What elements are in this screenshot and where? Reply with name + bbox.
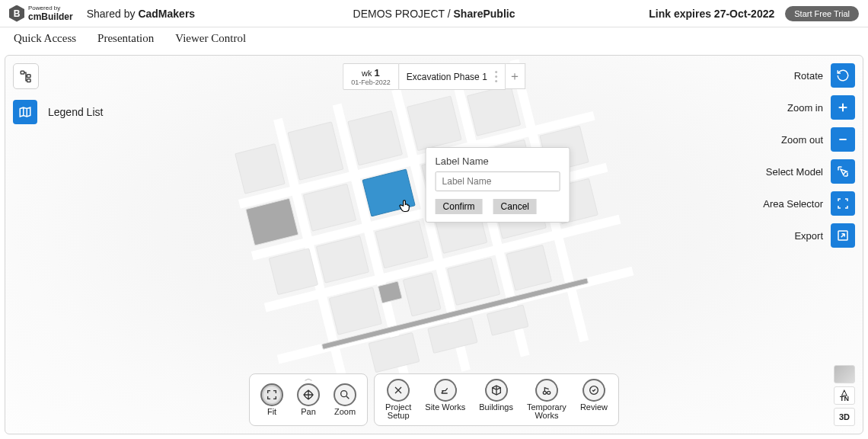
zoom-in-label: Zoom in (787, 102, 823, 114)
svg-rect-1 (27, 75, 31, 78)
mode-tools-panel: Project Setup Site Works Buildings Tempo… (374, 373, 619, 426)
menu-viewer-control[interactable]: Viewer Control (175, 32, 246, 45)
svg-rect-2 (27, 79, 31, 82)
zoom-out-button[interactable] (831, 127, 855, 152)
area-selector-button[interactable] (831, 191, 855, 216)
cancel-button[interactable]: Cancel (493, 199, 537, 214)
compass-button[interactable]: △ TN (834, 386, 855, 405)
project-setup-tool[interactable]: Project Setup (385, 379, 411, 421)
fit-icon (266, 389, 278, 401)
svg-point-6 (547, 391, 550, 394)
minus-icon (837, 133, 849, 146)
review-icon (588, 384, 600, 396)
add-phase-button[interactable]: ＋ (506, 63, 525, 89)
export-button[interactable] (831, 223, 855, 248)
brand-name: cmBuilder (28, 11, 73, 22)
site-works-tool[interactable]: Site Works (425, 379, 465, 412)
svg-point-4 (341, 391, 347, 397)
legend-label: Legend List (48, 106, 103, 118)
logo-badge-icon: B (9, 5, 24, 22)
zoom-in-button[interactable] (831, 95, 855, 120)
plus-icon (837, 101, 849, 114)
cursor-box-icon (836, 165, 850, 178)
selection-icon (836, 197, 850, 210)
drag-handle-icon[interactable] (495, 71, 497, 82)
dialog-title: Label Name (436, 155, 560, 167)
select-model-button[interactable] (831, 159, 855, 184)
export-icon (836, 229, 850, 242)
rotate-button[interactable] (831, 63, 855, 88)
temporary-works-tool[interactable]: Temporary Works (527, 379, 566, 421)
legend-button[interactable] (13, 100, 37, 124)
export-label: Export (794, 230, 823, 242)
label-name-input[interactable] (436, 171, 560, 191)
select-model-label: Select Model (766, 166, 823, 178)
tools-icon (392, 384, 404, 396)
label-dialog: Label Name Confirm Cancel (426, 147, 570, 223)
area-selector-label: Area Selector (763, 198, 823, 210)
powered-by: Powered by (28, 5, 73, 11)
timeline: wk 1 01-Feb-2022 Excavation Phase 1 ＋ (343, 63, 525, 90)
excavator-icon (439, 384, 452, 396)
zoom-tool[interactable]: Zoom (333, 383, 356, 417)
menu-presentation[interactable]: Presentation (97, 32, 154, 45)
menu-quick-access[interactable]: Quick Access (14, 32, 76, 45)
chevron-up-icon[interactable]: ︿ (305, 373, 313, 384)
svg-rect-0 (21, 71, 24, 74)
pan-icon (302, 389, 314, 401)
start-trial-button[interactable]: Start Free Trial (785, 6, 859, 21)
zoom-icon (339, 389, 351, 401)
pan-tool[interactable]: Pan (297, 383, 320, 417)
confirm-button[interactable]: Confirm (436, 199, 483, 214)
buildings-tool[interactable]: Buildings (479, 379, 513, 412)
map-icon (18, 105, 32, 119)
project-title: DEMOS PROJECT / SharePublic (353, 8, 515, 20)
rotate-icon (836, 69, 850, 82)
svg-point-5 (543, 391, 546, 394)
map-canvas[interactable] (222, 55, 646, 415)
crane-icon (541, 384, 553, 396)
viewport[interactable]: Legend List wk 1 01-Feb-2022 Excavation … (5, 55, 863, 434)
timeline-phase-card[interactable]: Excavation Phase 1 (398, 63, 506, 90)
hierarchy-button[interactable] (13, 63, 39, 89)
timeline-week-card[interactable]: wk 1 01-Feb-2022 (343, 63, 398, 90)
cursor-icon (397, 197, 413, 214)
menubar: Quick Access Presentation Viewer Control (0, 27, 868, 51)
logo: B Powered by cmBuilder (9, 5, 73, 22)
fit-tool[interactable]: Fit (260, 383, 283, 417)
aerial-thumbnail[interactable] (834, 365, 855, 383)
shared-by: Shared by CadMakers (87, 8, 195, 20)
rotate-label: Rotate (794, 70, 823, 82)
hierarchy-icon (19, 69, 33, 83)
buildings-icon (490, 384, 503, 396)
review-tool[interactable]: Review (580, 379, 608, 412)
zoom-out-label: Zoom out (781, 134, 823, 146)
expiry-text: Link expires 27-Oct-2022 (649, 8, 774, 20)
view-tools-panel: ︿ Fit Pan Zoom (249, 373, 368, 426)
view-3d-button[interactable]: 3D (834, 408, 855, 426)
